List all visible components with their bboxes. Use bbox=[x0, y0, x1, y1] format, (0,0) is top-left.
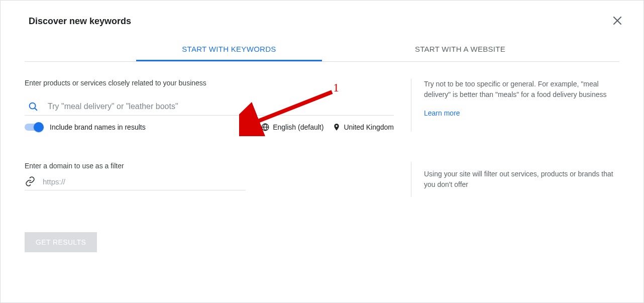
domain-input[interactable] bbox=[42, 177, 139, 186]
keywords-help-text: Try not to be too specific or general. F… bbox=[424, 79, 619, 100]
learn-more-link[interactable]: Learn more bbox=[424, 109, 460, 117]
language-selector[interactable]: English (default) bbox=[273, 123, 324, 131]
globe-icon bbox=[261, 123, 270, 132]
domain-help-text: Using your site will filter out services… bbox=[424, 169, 619, 190]
close-icon[interactable] bbox=[611, 15, 623, 28]
tab-keywords[interactable]: START WITH KEYWORDS bbox=[136, 37, 322, 61]
keywords-input[interactable] bbox=[47, 102, 394, 112]
location-selector[interactable]: United Kingdom bbox=[344, 123, 394, 131]
tab-website[interactable]: START WITH A WEBSITE bbox=[367, 37, 553, 61]
svg-line-3 bbox=[35, 108, 37, 110]
location-pin-icon bbox=[333, 123, 341, 131]
get-results-button[interactable]: GET RESULTS bbox=[25, 232, 97, 252]
keywords-label: Enter products or services closely relat… bbox=[25, 79, 401, 87]
search-icon bbox=[28, 101, 39, 112]
domain-label: Enter a domain to use as a filter bbox=[25, 162, 411, 170]
tabs: START WITH KEYWORDS START WITH A WEBSITE bbox=[25, 37, 619, 62]
include-brands-label: Include brand names in results bbox=[50, 123, 146, 131]
page-title: Discover new keywords bbox=[29, 16, 131, 27]
link-icon bbox=[25, 176, 36, 187]
include-brands-toggle[interactable] bbox=[25, 124, 43, 131]
